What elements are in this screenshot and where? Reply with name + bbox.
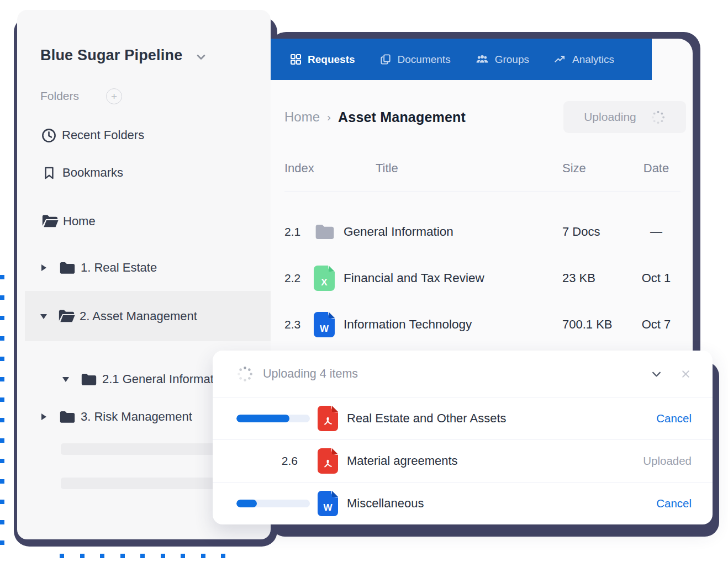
row-size: 7 Docs [562,225,632,239]
documents-icon [379,53,392,66]
folders-section-header: Folders + [17,85,271,107]
file-letter: X [321,277,327,288]
dot [0,459,4,463]
progress-fill [236,415,289,422]
col-header-index: Index [284,161,314,176]
breadcrumb-separator: › [327,110,331,124]
upload-file-name: Real Estate and Other Assets [347,411,507,426]
row-index: 2.3 [284,318,314,331]
dot [201,554,205,558]
dot [0,520,4,524]
tab-documents[interactable]: Documents [379,53,451,66]
spinner-icon [236,365,254,383]
sidebar-item-real-estate[interactable]: 1. Real Estate [17,256,271,280]
upload-panel-header: Uploading 4 items [213,351,713,397]
close-icon[interactable] [680,368,692,380]
row-index: 2.1 [284,225,314,238]
tab-label: Requests [308,54,355,66]
folder-icon [314,222,336,242]
caret-down-icon[interactable] [40,314,47,319]
pdf-file-icon [318,448,338,474]
upload-row: Real Estate and Other Assets Cancel [213,397,713,439]
table-row[interactable]: 2.1 General Information 7 Docs — [271,215,693,248]
dot [0,357,4,361]
dot [0,275,4,279]
workspace-switcher[interactable]: Blue Sugar Pipeline [17,42,271,68]
tab-groups[interactable]: Groups [475,53,529,66]
pdf-file-icon [318,406,338,431]
dot [120,554,125,558]
upload-file-index: 2.6 [213,454,298,468]
caret-down-icon[interactable] [62,377,69,382]
folder-open-icon [57,308,76,325]
progress-fill [236,500,257,507]
add-folder-button[interactable]: + [106,88,122,104]
tab-requests[interactable]: Requests [289,53,355,66]
row-title: Information Technology [344,317,562,332]
sidebar-item-asset-management[interactable]: 2. Asset Management [17,304,271,328]
sidebar-item-label: Bookmarks [62,166,123,180]
table-header-divider [284,192,680,192]
col-header-title: Title [314,161,562,176]
table-row[interactable]: 2.2 X Financial and Tax Review 23 KB Oct… [271,262,693,295]
breadcrumb-home-link[interactable]: Home [284,109,320,125]
uploading-status-badge[interactable]: Uploading [563,101,686,133]
dot [0,418,4,422]
uploading-badge-label: Uploading [584,110,636,124]
dot [100,554,104,558]
sidebar-item-label: 2. Asset Management [80,309,197,324]
bookmark-icon [41,165,57,181]
word-file-icon: W [314,312,335,337]
row-title: Financial and Tax Review [344,271,562,285]
upload-progress-panel: Uploading 4 items Real Estate and Other … [213,351,713,524]
workspace-title: Blue Sugar Pipeline [40,47,182,64]
acrobat-glyph [321,457,335,470]
dot [0,336,4,341]
table-row[interactable]: 2.3 W Information Technology 700.1 KB Oc… [271,308,693,341]
spinner-icon [651,110,666,125]
sidebar-item-recent-folders[interactable]: Recent Folders [17,123,271,147]
cancel-upload-button[interactable]: Cancel [656,497,713,510]
dot [181,554,185,558]
chevron-down-icon[interactable] [650,367,663,381]
uploaded-status: Uploaded [643,454,713,468]
row-size: 23 KB [562,271,632,285]
tab-label: Documents [398,54,451,66]
sidebar-item-bookmarks[interactable]: Bookmarks [17,161,271,185]
page-title: Asset Management [338,109,466,125]
tab-label: Analytics [572,54,614,66]
grid-icon [289,53,302,66]
upload-file-name: Material agreements [347,454,458,468]
cancel-upload-button[interactable]: Cancel [656,412,713,425]
folder-open-icon [41,213,59,230]
dot [0,377,4,381]
excel-file-icon: X [314,266,335,291]
dot [0,500,4,504]
analytics-icon [553,53,567,66]
folders-label: Folders [40,89,79,103]
file-letter: W [323,502,332,513]
dot [221,554,225,558]
caret-right-icon[interactable] [41,264,46,271]
upload-panel-title: Uploading 4 items [263,367,358,381]
tab-analytics[interactable]: Analytics [553,53,614,66]
sidebar-item-label: 2.1 General Information [102,372,230,386]
groups-icon [475,53,489,66]
dot [140,554,145,558]
row-title: General Information [344,225,562,239]
clock-icon [40,127,57,144]
row-date: — [632,225,680,239]
top-nav-bar: Requests Documents Groups Analytics [271,39,652,80]
col-header-date: Date [632,161,680,176]
sidebar-item-label: 3. Risk Management [81,410,192,424]
plus-icon: + [111,91,117,102]
progress-bar [236,500,310,507]
row-size: 700.1 KB [562,317,632,332]
folder-icon [59,409,76,425]
row-index: 2.2 [284,272,314,285]
sidebar-item-home[interactable]: Home [17,209,271,234]
sidebar-item-label: Home [63,214,96,229]
dot [80,554,85,558]
row-date: Oct 1 [632,271,680,285]
caret-right-icon[interactable] [41,413,46,420]
